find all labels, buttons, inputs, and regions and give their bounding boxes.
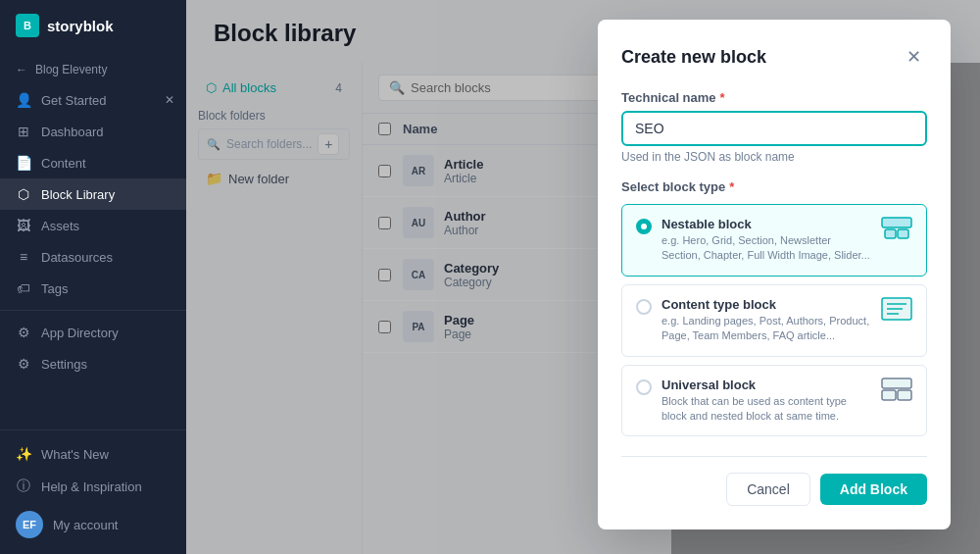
universal-desc: Block that can be used as content type b… — [662, 394, 871, 425]
modal-title: Create new block — [621, 47, 766, 68]
avatar: EF — [16, 511, 43, 538]
required-indicator: * — [729, 179, 734, 194]
universal-content: Universal block Block that can be used a… — [662, 378, 871, 425]
sidebar-item-label: Get Started — [41, 93, 106, 108]
whats-new-icon: ✨ — [16, 446, 31, 462]
content-type-icon — [881, 297, 912, 326]
sidebar-item-help[interactable]: ⓘ Help & Inspiration — [0, 470, 186, 503]
modal-footer: Cancel Add Block — [621, 456, 927, 506]
nestable-content: Nestable block e.g. Hero, Grid, Section,… — [662, 217, 871, 264]
nestable-name: Nestable block — [662, 217, 871, 231]
sidebar-item-settings[interactable]: ⚙ Settings — [0, 348, 186, 379]
sidebar-nav: ← Blog Eleventy 👤 Get Started ✕ ⊞ Dashbo… — [0, 51, 186, 429]
technical-name-hint: Used in the JSON as block name — [621, 150, 927, 164]
sidebar-item-datasources[interactable]: ≡ Datasources — [0, 241, 186, 273]
svg-rect-8 — [882, 390, 896, 400]
svg-rect-0 — [882, 218, 911, 227]
divider — [0, 310, 186, 311]
close-icon[interactable]: ✕ — [165, 93, 174, 107]
help-icon: ⓘ — [16, 478, 31, 495]
sidebar-item-account[interactable]: EF My account — [0, 503, 186, 546]
sidebar-item-block-library[interactable]: ⬡ Block Library — [0, 178, 186, 210]
content-icon: 📄 — [16, 155, 31, 171]
assets-icon: 🖼 — [16, 218, 31, 233]
logo-icon: B — [16, 14, 39, 37]
svg-rect-2 — [898, 229, 908, 238]
svg-rect-9 — [898, 390, 911, 400]
technical-name-label: Technical name * — [621, 90, 927, 105]
content-type-content: Content type block e.g. Landing pages, P… — [662, 297, 871, 344]
dashboard-icon: ⊞ — [16, 124, 31, 139]
modal-close-button[interactable]: ✕ — [900, 43, 927, 71]
sidebar-back-button[interactable]: ← Blog Eleventy — [0, 55, 186, 84]
block-library-icon: ⬡ — [16, 186, 31, 202]
block-type-content[interactable]: Content type block e.g. Landing pages, P… — [621, 284, 927, 357]
technical-name-input[interactable] — [621, 111, 927, 146]
sidebar-item-label: My account — [53, 518, 118, 532]
back-icon: ← — [16, 63, 27, 76]
sidebar-item-get-started[interactable]: 👤 Get Started ✕ — [0, 84, 186, 116]
create-block-modal: Create new block ✕ Technical name * Used… — [598, 20, 951, 529]
sidebar-item-label: Block Library — [41, 187, 115, 202]
datasources-icon: ≡ — [16, 249, 31, 265]
svg-rect-1 — [885, 229, 896, 238]
nestable-icon — [881, 217, 912, 245]
block-type-universal[interactable]: Universal block Block that can be used a… — [621, 365, 927, 437]
required-indicator: * — [720, 90, 725, 105]
sidebar-item-assets[interactable]: 🖼 Assets — [0, 210, 186, 241]
content-type-name: Content type block — [662, 297, 871, 312]
app-directory-icon: ⚙ — [16, 325, 31, 340]
sidebar-item-label: Assets — [41, 219, 79, 233]
content-type-desc: e.g. Landing pages, Post, Authors, Produ… — [662, 314, 871, 344]
app-logo[interactable]: B storyblok — [0, 0, 186, 51]
content-radio — [636, 299, 652, 315]
cancel-button[interactable]: Cancel — [726, 473, 810, 506]
block-type-nestable[interactable]: Nestable block e.g. Hero, Grid, Section,… — [621, 204, 927, 277]
technical-name-group: Technical name * Used in the JSON as blo… — [621, 90, 927, 164]
tags-icon: 🏷 — [16, 280, 31, 296]
sidebar-item-label: Content — [41, 156, 86, 171]
get-started-icon: 👤 — [16, 92, 31, 108]
universal-icon — [881, 378, 912, 406]
block-type-label: Select block type * — [621, 179, 927, 194]
sidebar-item-whats-new[interactable]: ✨ What's New — [0, 438, 186, 470]
sidebar-item-tags[interactable]: 🏷 Tags — [0, 273, 186, 304]
sidebar-item-dashboard[interactable]: ⊞ Dashboard — [0, 116, 186, 147]
nestable-radio — [636, 219, 652, 234]
sidebar-item-label: Datasources — [41, 250, 113, 265]
sidebar-item-label: Settings — [41, 357, 87, 372]
nestable-desc: e.g. Hero, Grid, Section, Newsletter Sec… — [662, 233, 871, 264]
sidebar-item-content[interactable]: 📄 Content — [0, 147, 186, 178]
sidebar: B storyblok ← Blog Eleventy 👤 Get Starte… — [0, 0, 186, 554]
settings-icon: ⚙ — [16, 356, 31, 372]
modal-header: Create new block ✕ — [621, 43, 927, 71]
sidebar-item-app-directory[interactable]: ⚙ App Directory — [0, 317, 186, 348]
sidebar-item-label: Dashboard — [41, 125, 104, 139]
back-label: Blog Eleventy — [35, 63, 107, 76]
universal-name: Universal block — [662, 378, 871, 392]
add-block-button[interactable]: Add Block — [820, 474, 927, 505]
universal-radio — [636, 379, 652, 395]
block-type-group: Select block type * Nestable block e.g. … — [621, 179, 927, 436]
svg-rect-7 — [882, 378, 911, 388]
sidebar-item-label: App Directory — [41, 326, 119, 340]
app-name: storyblok — [47, 18, 114, 34]
sidebar-item-label: Tags — [41, 281, 68, 296]
sidebar-item-label: Help & Inspiration — [41, 479, 142, 494]
sidebar-item-label: What's New — [41, 447, 109, 462]
sidebar-bottom: ✨ What's New ⓘ Help & Inspiration EF My … — [0, 429, 186, 554]
